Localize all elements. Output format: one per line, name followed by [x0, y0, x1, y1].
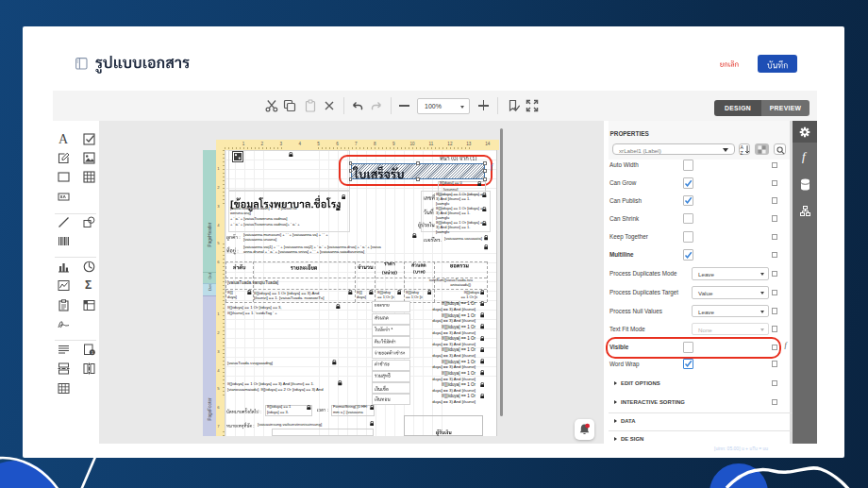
svg-text:Z: Z — [740, 149, 743, 154]
